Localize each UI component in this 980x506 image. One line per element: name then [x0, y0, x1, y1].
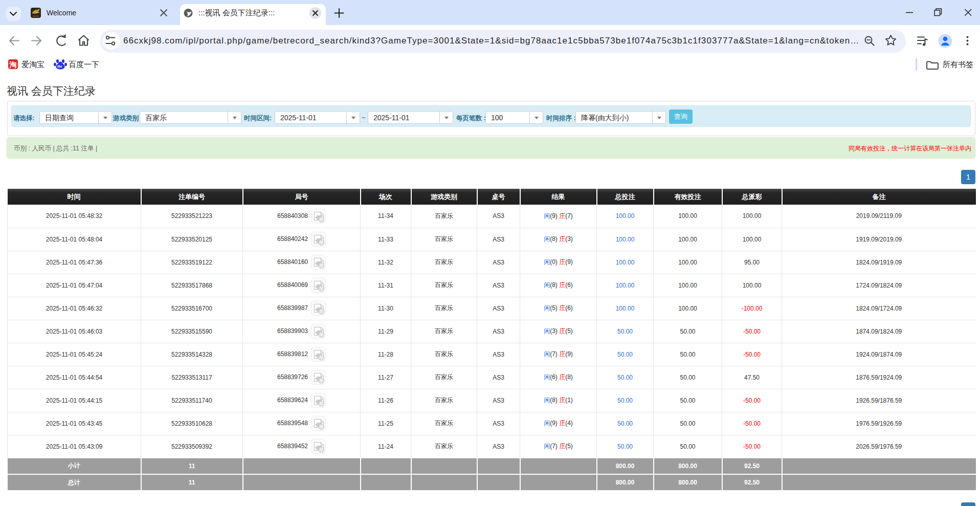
svg-text:淘: 淘 — [9, 60, 17, 69]
svg-text:du: du — [57, 64, 62, 69]
